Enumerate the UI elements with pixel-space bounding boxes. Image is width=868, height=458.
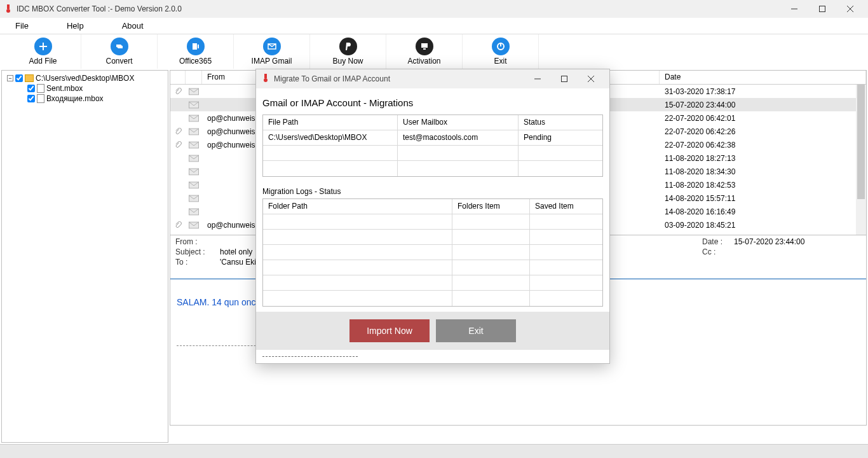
envelope-icon [186, 221, 202, 229]
envelope-icon [186, 168, 202, 176]
header-date[interactable]: Date [660, 71, 866, 84]
cell-date: 03-09-2020 18:45:21 [660, 221, 866, 230]
menu-help[interactable]: Help [67, 21, 84, 31]
detail-cc-label: Cc : [702, 247, 734, 256]
toolbar-imap-gmail-label: IMAP Gmail [252, 57, 292, 66]
svg-rect-0 [7, 4, 10, 9]
dialog-maximize-button[interactable] [551, 69, 578, 88]
toolbar: Add File Convert Office365 IMAP Gmail Bu… [0, 34, 868, 69]
minimize-button[interactable] [780, 0, 808, 18]
toolbar-imap-gmail[interactable]: IMAP Gmail [234, 34, 310, 69]
envelope-icon [186, 141, 202, 149]
maximize-button[interactable] [808, 0, 836, 18]
col-saved-item: Saved Item [530, 199, 602, 214]
cell-date: 15-07-2020 23:44:00 [660, 101, 866, 109]
col-file-path: File Path [263, 115, 398, 130]
cell-date: 11-08-2020 18:42:53 [660, 181, 866, 190]
toolbar-convert-label: Convert [105, 57, 132, 66]
toolbar-add-file-label: Add File [29, 57, 57, 66]
cell-date: 22-07-2020 06:42:01 [660, 114, 866, 123]
cell-user-mailbox: test@macostools.com [398, 130, 519, 145]
tree-item-label: Входящие.mbox [46, 94, 104, 103]
envelope-icon [186, 181, 202, 189]
cell-date: 14-08-2020 15:57:11 [660, 194, 866, 203]
detail-cc-value [734, 247, 861, 256]
plus-icon [34, 38, 52, 55]
svg-rect-24 [562, 76, 567, 82]
logs-label: Migration Logs - Status [262, 187, 603, 196]
cell-date: 14-08-2020 16:16:49 [660, 207, 866, 216]
scrollbar-thumb[interactable] [857, 85, 865, 199]
tree-item-checkbox[interactable] [27, 95, 35, 102]
tree-root-label: C:\Users\ved\Desktop\MBOX [36, 74, 134, 83]
svg-rect-21 [264, 74, 267, 78]
attachment-icon [170, 128, 186, 135]
toolbar-exit[interactable]: Exit [463, 34, 539, 69]
envelope-icon [186, 101, 202, 109]
toolbar-buy-now[interactable]: Buy Now [310, 34, 386, 69]
power-icon [492, 38, 510, 55]
import-now-button[interactable]: Import Now [349, 319, 430, 342]
list-scrollbar[interactable] [856, 85, 866, 235]
attachment-icon [170, 221, 186, 229]
envelope-icon [186, 195, 202, 202]
envelope-icon [186, 208, 202, 216]
attachment-icon [170, 141, 186, 149]
dialog-titlebar: Migrate To Gmail or IMAP Account [256, 69, 609, 88]
toolbar-office365-label: Office365 [179, 57, 212, 66]
menu-about[interactable]: About [122, 21, 144, 31]
col-status: Status [519, 115, 602, 130]
dialog-close-button[interactable] [578, 69, 604, 88]
cell-date: 22-07-2020 06:42:38 [660, 141, 866, 149]
close-button[interactable] [836, 0, 864, 18]
app-icon [4, 4, 13, 13]
convert-icon [111, 38, 128, 55]
envelope-icon [186, 88, 202, 95]
cell-file-path: C:\Users\ved\Desktop\MBOX [263, 130, 398, 145]
detail-date-label: Date : [702, 237, 734, 246]
detail-from-label: From : [175, 237, 220, 246]
migrations-table: File Path User Mailbox Status C:\Users\v… [262, 114, 603, 177]
table-row[interactable]: C:\Users\ved\Desktop\MBOX test@macostool… [263, 130, 602, 146]
dialog-title: Migrate To Gmail or IMAP Account [274, 74, 390, 83]
status-bar [0, 444, 868, 458]
cell-date: 22-07-2020 06:42:26 [660, 127, 866, 136]
tree-root[interactable]: − C:\Users\ved\Desktop\MBOX [2, 73, 168, 83]
folder-tree[interactable]: − C:\Users\ved\Desktop\MBOX Sent.mbox Вх… [1, 70, 168, 443]
menu-bar: File Help About [0, 18, 868, 34]
tree-item-checkbox[interactable] [27, 85, 35, 92]
dialog-exit-button[interactable]: Exit [436, 319, 516, 342]
menu-file[interactable]: File [15, 21, 29, 31]
toolbar-office365[interactable]: Office365 [158, 34, 234, 69]
toolbar-add-file[interactable]: Add File [5, 34, 81, 69]
logs-table: Folder Path Folders Item Saved Item [262, 198, 603, 307]
tree-item-inbox[interactable]: Входящие.mbox [2, 94, 168, 104]
expander-icon[interactable]: − [7, 75, 13, 81]
dialog-separator [262, 356, 358, 357]
envelope-icon [186, 114, 202, 122]
cell-date: 11-08-2020 18:27:13 [660, 154, 866, 163]
attachment-icon [170, 88, 186, 95]
tree-item-sent[interactable]: Sent.mbox [2, 83, 168, 94]
toolbar-activation[interactable]: Activation [386, 34, 463, 69]
paypal-icon [339, 38, 357, 55]
dialog-minimize-button[interactable] [524, 69, 551, 88]
toolbar-buy-now-label: Buy Now [332, 57, 363, 66]
toolbar-convert[interactable]: Convert [81, 34, 158, 69]
envelope-icon [186, 128, 202, 135]
tree-root-checkbox[interactable] [15, 74, 23, 82]
dialog-actions: Import Now Exit [256, 312, 609, 350]
envelope-icon [186, 155, 202, 162]
cell-date: 11-08-2020 18:34:30 [660, 167, 866, 176]
dialog-heading: Gmail or IMAP Account - Migrations [262, 97, 603, 108]
col-folder-path: Folder Path [263, 199, 452, 214]
cell-date: 31-03-2020 17:38:17 [660, 87, 866, 96]
detail-to-label: To : [175, 258, 220, 267]
detail-subject-label: Subject : [175, 247, 220, 256]
toolbar-exit-label: Exit [494, 57, 506, 66]
toolbar-activation-label: Activation [407, 57, 440, 66]
migrate-dialog: Migrate To Gmail or IMAP Account Gmail o… [255, 69, 610, 364]
detail-date-value: 15-07-2020 23:44:00 [734, 237, 861, 246]
mail-icon [263, 38, 281, 55]
file-icon [37, 94, 44, 103]
